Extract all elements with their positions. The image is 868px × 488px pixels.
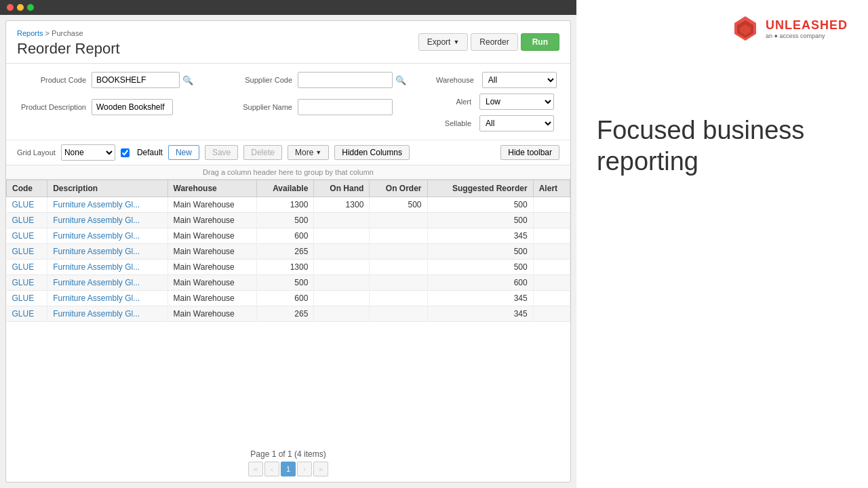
page-1-button[interactable]: 1 [281, 462, 296, 476]
hidden-columns-button[interactable]: Hidden Columns [334, 145, 410, 160]
table-row: GLUE Furniture Assembly Gl... Main Wareh… [7, 197, 570, 213]
table-row: GLUE Furniture Assembly Gl... Main Wareh… [7, 306, 570, 322]
cell-available: 600 [256, 291, 314, 306]
hide-toolbar-button[interactable]: Hide toolbar [500, 145, 559, 160]
cell-description[interactable]: Furniture Assembly Gl... [47, 244, 167, 260]
minimize-icon[interactable] [17, 4, 24, 11]
supplier-code-label: Supplier Code [223, 76, 298, 84]
cell-code[interactable]: GLUE [7, 306, 47, 322]
col-warehouse[interactable]: Warehouse [167, 180, 256, 197]
col-on-order[interactable]: On Order [370, 180, 427, 197]
cell-alert [533, 275, 570, 291]
cell-on-order [370, 260, 427, 275]
cell-alert [533, 244, 570, 260]
table-row: GLUE Furniture Assembly Gl... Main Wareh… [7, 275, 570, 291]
supplier-code-input[interactable] [298, 72, 393, 88]
cell-on-order [370, 213, 427, 228]
cell-available: 1300 [256, 197, 314, 213]
close-icon[interactable] [7, 4, 14, 11]
cell-on-order [370, 244, 427, 260]
sellable-select[interactable]: All Yes No [479, 115, 554, 131]
col-code[interactable]: Code [7, 180, 47, 197]
reorder-button[interactable]: Reorder [471, 33, 517, 51]
warehouse-select[interactable]: All Main Warehouse [482, 72, 557, 88]
cell-description[interactable]: Furniture Assembly Gl... [47, 291, 167, 306]
table-row: GLUE Furniture Assembly Gl... Main Wareh… [7, 260, 570, 275]
save-button[interactable]: Save [205, 145, 238, 160]
cell-suggested-reorder: 345 [427, 228, 533, 244]
marketing-line1: Focused business [597, 115, 848, 146]
grid-layout-select[interactable]: None Default [61, 144, 115, 161]
col-description[interactable]: Description [47, 180, 167, 197]
cell-description[interactable]: Furniture Assembly Gl... [47, 306, 167, 322]
cell-code[interactable]: GLUE [7, 228, 47, 244]
alert-label: Alert [436, 98, 477, 106]
sellable-label: Sellable [436, 119, 477, 127]
new-button[interactable]: New [168, 145, 199, 160]
title-bar [0, 0, 576, 15]
cell-description[interactable]: Furniture Assembly Gl... [47, 213, 167, 228]
export-button[interactable]: Export ▼ [418, 33, 469, 51]
cell-code[interactable]: GLUE [7, 197, 47, 213]
cell-on-order [370, 228, 427, 244]
warehouse-label: Warehouse [436, 76, 479, 84]
cell-code[interactable]: GLUE [7, 260, 47, 275]
logo-name: UNLEASHED [766, 18, 848, 33]
product-code-input[interactable] [92, 72, 180, 88]
cell-description[interactable]: Furniture Assembly Gl... [47, 275, 167, 291]
cell-suggested-reorder: 600 [427, 275, 533, 291]
supplier-name-input[interactable] [298, 99, 393, 115]
cell-on-hand [314, 306, 370, 322]
cell-warehouse: Main Warehouse [167, 244, 256, 260]
supplier-code-search-icon[interactable]: 🔍 [393, 75, 409, 85]
cell-on-hand [314, 228, 370, 244]
prev-page-button[interactable]: ‹ [264, 462, 279, 476]
page-header: Reports > Purchase Reorder Report Export… [6, 21, 570, 64]
cell-on-hand [314, 260, 370, 275]
cell-code[interactable]: GLUE [7, 291, 47, 306]
table-row: GLUE Furniture Assembly Gl... Main Wareh… [7, 244, 570, 260]
col-alert[interactable]: Alert [533, 180, 570, 197]
cell-warehouse: Main Warehouse [167, 228, 256, 244]
cell-alert [533, 228, 570, 244]
table-row: GLUE Furniture Assembly Gl... Main Wareh… [7, 291, 570, 306]
run-button[interactable]: Run [521, 33, 559, 51]
last-page-button[interactable]: » [313, 462, 328, 476]
cell-description[interactable]: Furniture Assembly Gl... [47, 260, 167, 275]
cell-alert [533, 260, 570, 275]
cell-available: 1300 [256, 260, 314, 275]
more-button[interactable]: More ▼ [288, 145, 329, 160]
default-checkbox[interactable] [121, 148, 130, 157]
cell-available: 600 [256, 228, 314, 244]
cell-on-order [370, 275, 427, 291]
alert-select[interactable]: All Low Medium High [479, 94, 554, 110]
unleashed-logo: UNLEASHED an ● access company [730, 14, 848, 43]
grid-toolbar: Grid Layout None Default Default New Sav… [6, 140, 570, 165]
window-controls [7, 4, 34, 11]
product-code-search-icon[interactable]: 🔍 [180, 75, 196, 85]
marketing-text: Focused business reporting [597, 115, 848, 177]
product-code-label: Product Code [17, 76, 92, 84]
cell-warehouse: Main Warehouse [167, 197, 256, 213]
cell-description[interactable]: Furniture Assembly Gl... [47, 197, 167, 213]
product-desc-input[interactable] [92, 99, 173, 115]
cell-code[interactable]: GLUE [7, 244, 47, 260]
col-available[interactable]: Available [256, 180, 314, 197]
first-page-button[interactable]: « [248, 462, 263, 476]
table-row: GLUE Furniture Assembly Gl... Main Wareh… [7, 213, 570, 228]
cell-suggested-reorder: 500 [427, 260, 533, 275]
cell-code[interactable]: GLUE [7, 275, 47, 291]
breadcrumb-reports[interactable]: Reports [17, 29, 43, 37]
logo-icon [730, 14, 760, 43]
col-suggested-reorder[interactable]: Suggested Reorder [427, 180, 533, 197]
cell-description[interactable]: Furniture Assembly Gl... [47, 228, 167, 244]
col-on-hand[interactable]: On Hand [314, 180, 370, 197]
next-page-button[interactable]: › [297, 462, 312, 476]
more-dropdown-icon: ▼ [315, 149, 321, 156]
maximize-icon[interactable] [27, 4, 34, 11]
cell-suggested-reorder: 345 [427, 291, 533, 306]
delete-button[interactable]: Delete [243, 145, 282, 160]
cell-warehouse: Main Warehouse [167, 260, 256, 275]
cell-code[interactable]: GLUE [7, 213, 47, 228]
cell-suggested-reorder: 500 [427, 213, 533, 228]
